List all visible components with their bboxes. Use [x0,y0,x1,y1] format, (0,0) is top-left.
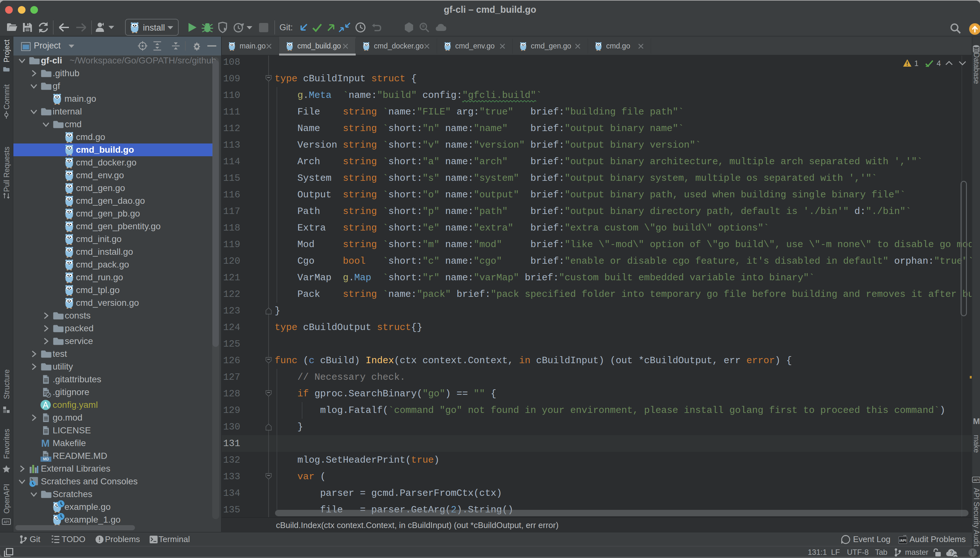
svg-text:API: API [3,520,9,524]
svg-text:/API: /API [973,478,979,482]
svg-text:/API: /API [899,538,906,542]
svg-text:?: ? [950,550,953,555]
